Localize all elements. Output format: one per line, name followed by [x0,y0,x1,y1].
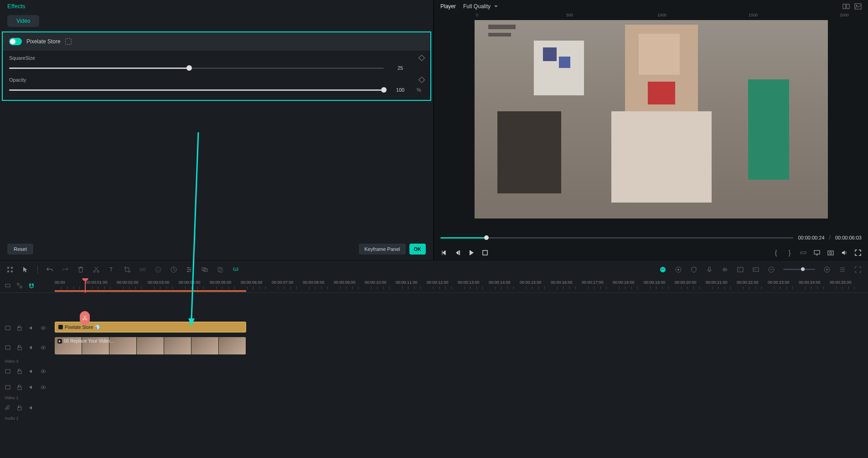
group-icon[interactable] [201,266,208,273]
effect-badge-icon[interactable] [659,266,666,273]
opacity-unit: % [417,87,424,93]
zoom-slider[interactable] [783,269,815,270]
effects-tab[interactable]: Effects [7,3,26,10]
track-lock-icon[interactable] [16,344,23,351]
param-opacity: Opacity 100 % [3,73,430,100]
square-size-slider[interactable] [9,68,384,69]
copy-icon[interactable] [217,266,224,273]
track-type-icon[interactable]: 1 [5,384,11,390]
track-3-name: Video 3 [0,359,868,364]
cut-icon[interactable] [93,266,100,273]
track-type-icon[interactable]: 4 [5,325,11,331]
track-mute-icon[interactable] [28,344,35,351]
crop-icon[interactable] [124,266,131,273]
fullscreen-icon[interactable] [854,249,862,256]
keyframe-panel-button[interactable]: Keyframe Panel [359,244,405,255]
text-icon[interactable]: T [108,266,115,273]
link-icon[interactable] [139,266,146,273]
audio-track-icon[interactable] [721,266,728,273]
timeline: 00:0000:00:01:0000:00:02:0000:00:03:0000… [0,278,868,458]
player-panel: Player Full Quality 0 500 1000 1500 2000 [433,0,868,260]
video-subtab[interactable]: Video [7,15,39,27]
mic-icon[interactable] [706,266,713,273]
brace-close-icon[interactable]: } [786,249,793,256]
current-timecode: 00:00:00:24 [798,235,824,240]
track-header-icon-1[interactable] [5,282,11,289]
snapshot-icon[interactable] [827,249,834,256]
image-view-icon[interactable] [854,3,862,10]
mark-icon[interactable] [800,249,807,256]
zoom-in-icon[interactable] [823,266,831,273]
effect-name-label: Pixelate Store [26,38,61,45]
cursor-tool-icon[interactable] [22,266,29,273]
step-back-icon[interactable] [454,249,461,256]
delete-icon[interactable] [77,266,84,273]
undo-icon[interactable] [46,266,53,273]
attach-icon[interactable] [232,266,239,273]
shield-icon[interactable] [690,266,698,273]
opacity-value[interactable]: 100 [391,87,409,93]
play-icon[interactable] [468,249,475,256]
svg-rect-9 [828,251,833,255]
track-lock-icon[interactable] [16,384,23,390]
track-visible-icon[interactable] [40,384,46,390]
prev-frame-icon[interactable] [440,249,448,256]
adjust-icon[interactable] [186,266,193,273]
smile-icon[interactable] [155,266,162,273]
color-wheel-icon[interactable] [675,266,682,273]
video-clip[interactable]: 06 Replace Your Video... [55,337,246,354]
brace-open-icon[interactable]: { [772,249,780,256]
fit-icon[interactable] [854,266,862,273]
svg-point-3 [856,5,858,6]
redo-icon[interactable] [62,266,69,273]
opacity-slider[interactable] [9,89,384,91]
track-header-icon-2[interactable] [16,282,23,289]
display-icon[interactable] [813,249,821,256]
track-visible-icon[interactable] [40,368,46,375]
svg-rect-19 [143,268,145,271]
reset-button[interactable]: Reset [7,244,33,255]
track-lock-icon[interactable] [16,405,23,411]
track-visible-icon[interactable] [40,325,46,331]
chevron-down-icon [494,5,498,7]
opacity-keyframe-icon[interactable] [418,77,425,83]
square-size-keyframe-icon[interactable] [418,55,425,61]
track-mute-icon[interactable] [28,405,35,411]
playback-progress[interactable] [440,237,793,239]
effects-panel: Effects Video Pixelate Store SquareSize [0,0,433,260]
ok-button[interactable]: OK [409,244,426,255]
audio-track-type-icon[interactable]: 1 [5,405,11,411]
effect-mask-icon[interactable] [65,38,72,45]
svg-point-57 [43,328,44,329]
track-mute-icon[interactable] [28,368,35,375]
magnet-icon[interactable] [28,282,35,289]
selection-tool-icon[interactable] [6,266,14,273]
square-size-value[interactable]: 25 [391,65,409,71]
timeline-ruler[interactable]: 00:0000:00:01:0000:00:02:0000:00:03:0000… [55,278,868,293]
list-icon[interactable] [839,266,846,273]
svg-point-69 [43,387,44,388]
zoom-out-icon[interactable] [768,266,775,273]
track-lock-icon[interactable] [16,368,23,375]
track-visible-icon[interactable] [40,344,46,351]
diamond-badge-icon: 💎 [95,325,100,330]
preview-image[interactable] [475,20,828,219]
track-lock-icon[interactable] [16,325,23,331]
quality-dropdown[interactable]: Full Quality [463,3,498,10]
picture-icon[interactable] [737,266,744,273]
track-type-icon[interactable]: 2 [5,368,11,375]
stop-icon[interactable] [481,249,489,256]
speed-icon[interactable] [170,266,177,273]
svg-rect-62 [5,370,10,373]
effect-enable-toggle[interactable] [9,38,22,45]
svg-rect-59 [18,347,21,350]
volume-icon[interactable] [841,249,848,256]
cut-marker[interactable] [80,311,90,325]
track-mute-icon[interactable] [28,325,35,331]
track-type-icon[interactable]: 3 [5,344,11,351]
playhead[interactable] [85,278,86,293]
track-mute-icon[interactable] [28,384,35,390]
compare-view-icon[interactable] [842,3,850,10]
caption-icon[interactable] [752,266,760,273]
svg-rect-7 [814,250,820,254]
